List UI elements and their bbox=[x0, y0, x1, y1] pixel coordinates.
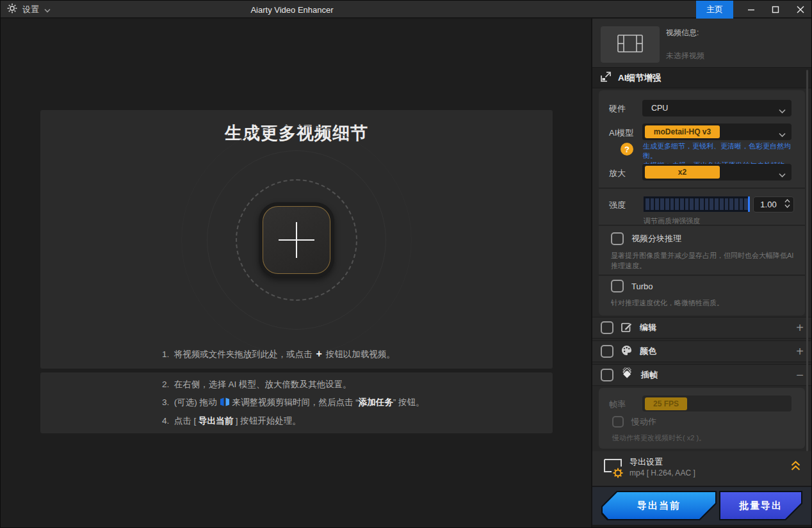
hardware-select[interactable]: CPU bbox=[642, 100, 792, 116]
color-expand-button[interactable]: + bbox=[796, 345, 804, 358]
close-button[interactable] bbox=[788, 1, 812, 19]
slowmo-label: 慢动作 bbox=[631, 416, 656, 428]
edit-icon bbox=[621, 321, 633, 335]
color-checkbox[interactable] bbox=[601, 345, 613, 358]
interp-checkbox[interactable] bbox=[601, 369, 613, 381]
chevron-down-icon bbox=[779, 129, 786, 140]
tile-inference-caption: 显著提升图像质量并减少显存占用，但同时也会大幅降低AI推理速度。 bbox=[611, 250, 798, 271]
strength-value-box[interactable]: 1.00 bbox=[753, 196, 794, 212]
video-info-block: 视频信息: 未选择视频 bbox=[592, 19, 812, 67]
ai-model-select[interactable]: moDetail-HQ v3 bbox=[642, 124, 792, 140]
instruction-step-1: 1. 将视频或文件夹拖放到此处，或点击 + 按钮以加载视频。 bbox=[162, 348, 395, 360]
home-button[interactable]: 主页 bbox=[696, 1, 733, 19]
scale-select[interactable]: x2 bbox=[642, 164, 792, 180]
export-monitor-gear-icon bbox=[603, 458, 626, 482]
tile-inference-checkbox[interactable] bbox=[611, 232, 624, 245]
drop-panel[interactable]: 生成更多视频细节 1. 将视频或文件夹拖放到此处，或点击 + 按钮以加载视频。 bbox=[40, 110, 553, 369]
turbo-checkbox[interactable] bbox=[611, 280, 624, 292]
export-current-button[interactable]: 导出当前 bbox=[603, 492, 715, 519]
strength-value: 1.00 bbox=[754, 197, 783, 212]
edit-expand-button[interactable]: + bbox=[796, 321, 804, 334]
steps-panel: 2. 在右侧，选择 AI 模型、放大倍数及其他设置。 3. (可选) 拖动来调整… bbox=[40, 372, 553, 433]
instruction-step-4: 4. 点击 [ 导出当前 ] 按钮开始处理。 bbox=[162, 415, 301, 427]
palette-icon bbox=[621, 344, 633, 359]
export-current-button-shell: 导出当前 bbox=[601, 491, 717, 520]
divider bbox=[599, 275, 805, 276]
hardware-label: 硬件 bbox=[609, 103, 626, 115]
tile-inference-row: 视频分块推理 bbox=[611, 232, 681, 245]
ai-enhance-card: 硬件 CPU AI模型 moDetail-HQ v3 ? 生成更多细节，更锐利、… bbox=[599, 90, 805, 316]
upscale-expand-icon bbox=[600, 71, 612, 85]
chevron-down-icon bbox=[779, 169, 786, 180]
frames-layers-icon bbox=[621, 367, 634, 383]
color-section-row[interactable]: 颜色 + bbox=[592, 340, 812, 362]
strength-slider[interactable] bbox=[644, 196, 750, 212]
double-chevron-up-icon[interactable] bbox=[790, 460, 801, 474]
edit-label: 编辑 bbox=[640, 322, 656, 333]
divider bbox=[599, 225, 805, 226]
ai-enhance-section-header: AI细节增强 bbox=[592, 67, 812, 88]
edit-section-row[interactable]: 编辑 + bbox=[592, 317, 812, 339]
interp-section-row[interactable]: 插帧 − bbox=[592, 364, 812, 386]
strength-stepper[interactable] bbox=[784, 199, 790, 208]
turbo-row: Turbo bbox=[611, 280, 653, 292]
plus-icon bbox=[263, 206, 330, 274]
ai-enhance-title: AI细节增强 bbox=[618, 72, 662, 84]
instruction-step-3: 3. (可选) 拖动来调整视频剪辑时间，然后点击 “添加任务” 按钮。 bbox=[162, 397, 425, 408]
video-thumbnail-placeholder bbox=[601, 26, 660, 63]
color-label: 颜色 bbox=[640, 346, 656, 357]
add-video-button[interactable] bbox=[259, 202, 334, 278]
titlebar: 设置 Aiarty Video Enhancer 主页 bbox=[1, 1, 812, 19]
minimize-button[interactable] bbox=[739, 1, 763, 19]
hardware-value: CPU bbox=[651, 100, 668, 116]
export-batch-button-shell: 批量导出 bbox=[719, 491, 802, 520]
export-settings-title: 导出设置 bbox=[629, 456, 663, 468]
scale-value-pill: x2 bbox=[645, 166, 720, 179]
video-info-empty: 未选择视频 bbox=[666, 51, 704, 61]
turbo-label: Turbo bbox=[631, 282, 653, 291]
app-title: Aiarty Video Enhancer bbox=[1, 1, 583, 19]
strength-label: 强度 bbox=[609, 200, 626, 211]
edit-checkbox[interactable] bbox=[601, 321, 613, 334]
model-help-icon[interactable]: ? bbox=[621, 143, 633, 156]
interp-settings-card: 帧率 25 FPS 慢动作 慢动作将更改视频时长( x2 )。 bbox=[599, 388, 805, 449]
export-format: mp4 [ H.264, AAC ] bbox=[629, 468, 695, 477]
fps-value-pill: 25 FPS bbox=[645, 397, 687, 410]
interp-label: 插帧 bbox=[641, 369, 658, 381]
divider bbox=[599, 188, 805, 189]
stepper-up-icon bbox=[784, 199, 790, 203]
fps-label: 帧率 bbox=[609, 399, 626, 410]
ai-model-label: AI模型 bbox=[609, 127, 633, 139]
sidebar-scrollbar[interactable] bbox=[806, 70, 808, 451]
instruction-step-2: 2. 在右侧，选择 AI 模型、放大倍数及其他设置。 bbox=[162, 379, 352, 390]
inline-plus-icon: + bbox=[315, 348, 323, 359]
tile-inference-label: 视频分块推理 bbox=[631, 233, 681, 244]
interp-collapse-button[interactable]: − bbox=[796, 369, 804, 381]
stepper-down-icon bbox=[784, 204, 790, 208]
turbo-caption: 针对推理速度优化，略微牺牲画质。 bbox=[611, 298, 798, 308]
sidebar: 视频信息: 未选择视频 AI细节增强 硬件 CPU AI模型 moDetail-… bbox=[591, 19, 812, 528]
export-batch-button[interactable]: 批量导出 bbox=[720, 492, 801, 519]
chevron-down-icon bbox=[779, 105, 786, 116]
export-settings-block[interactable]: 导出设置 mp4 [ H.264, AAC ] bbox=[592, 451, 812, 486]
slowmo-row: 慢动作 bbox=[612, 416, 656, 428]
scale-label: 放大 bbox=[609, 168, 626, 179]
export-buttons-bar: 导出当前 批量导出 bbox=[592, 487, 812, 525]
trim-handles-icon bbox=[220, 397, 230, 408]
maximize-button[interactable] bbox=[763, 1, 788, 19]
ai-model-value-pill: moDetail-HQ v3 bbox=[645, 125, 720, 138]
video-info-title: 视频信息: bbox=[666, 28, 699, 38]
app-window: 设置 Aiarty Video Enhancer 主页 生成更多视频细节 bbox=[0, 0, 812, 528]
film-frame-icon bbox=[617, 35, 643, 55]
window-bottom-strip bbox=[592, 525, 812, 528]
main-area: 生成更多视频细节 1. 将视频或文件夹拖放到此处，或点击 + 按钮以加载视频。 … bbox=[1, 20, 590, 528]
slowmo-checkbox[interactable] bbox=[612, 416, 624, 428]
fps-select[interactable]: 25 FPS bbox=[642, 396, 792, 412]
strength-slider-handle[interactable] bbox=[748, 196, 750, 212]
slowmo-caption: 慢动作将更改视频时长( x2 )。 bbox=[612, 433, 798, 443]
